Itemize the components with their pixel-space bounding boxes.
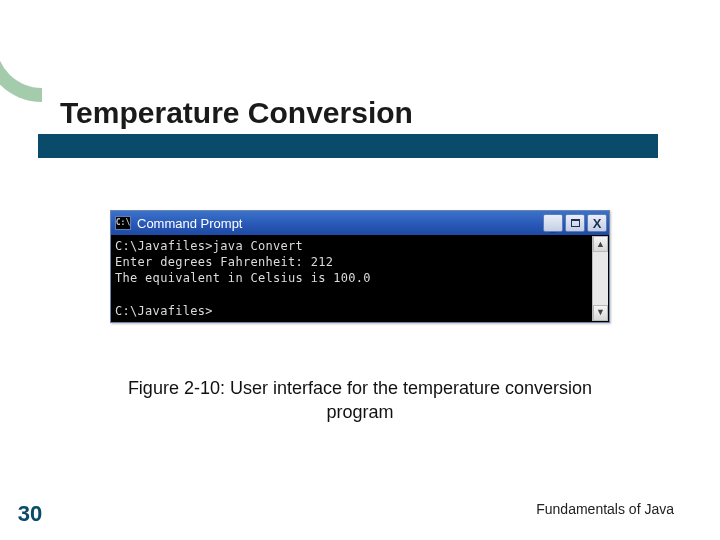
terminal-output: C:\Javafiles>java Convert Enter degrees … [111, 235, 609, 322]
window-controls: _ X [543, 214, 607, 232]
terminal-icon-label: C:\ [116, 219, 130, 227]
page-number: 30 [10, 503, 50, 525]
command-prompt-window: C:\ Command Prompt _ X C:\Javafiles>java… [110, 210, 610, 323]
figure-caption: Figure 2-10: User interface for the temp… [0, 376, 720, 425]
minimize-button[interactable]: _ [543, 214, 563, 232]
terminal-line: The equivalent in Celsius is 100.0 [115, 271, 371, 285]
maximize-icon [571, 219, 580, 227]
page-title: Temperature Conversion [60, 96, 413, 130]
terminal-icon: C:\ [115, 216, 131, 230]
scrollbar[interactable]: ▲ ▼ [592, 236, 608, 321]
title-underline-bar [38, 134, 658, 158]
scroll-down-icon[interactable]: ▼ [593, 305, 608, 321]
window-title: Command Prompt [137, 217, 543, 230]
close-button[interactable]: X [587, 214, 607, 232]
slide: Temperature Conversion C:\ Command Promp… [0, 0, 720, 540]
minimize-icon: _ [550, 221, 557, 233]
scroll-up-icon[interactable]: ▲ [593, 236, 608, 252]
maximize-button[interactable] [565, 214, 585, 232]
footer-text: Fundamentals of Java [536, 502, 674, 516]
terminal-line: C:\Javafiles>java Convert [115, 239, 303, 253]
terminal-line: Enter degrees Fahrenheit: 212 [115, 255, 333, 269]
window-titlebar: C:\ Command Prompt _ X [111, 211, 609, 235]
terminal-line: C:\Javafiles> [115, 304, 213, 318]
close-icon: X [593, 217, 602, 230]
